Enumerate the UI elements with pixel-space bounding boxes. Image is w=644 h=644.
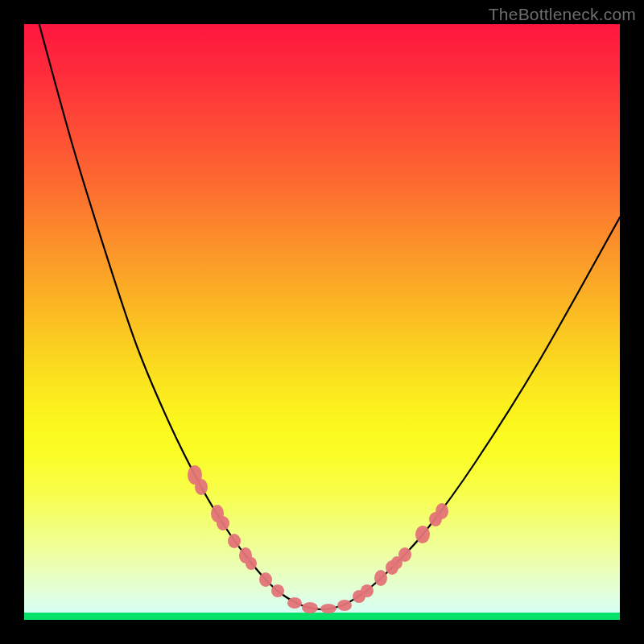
- data-marker: [302, 602, 318, 613]
- bottleneck-curve: [37, 24, 620, 609]
- data-marker: [217, 516, 229, 530]
- chart-overlay: [24, 24, 620, 620]
- data-marker: [195, 479, 208, 495]
- data-marker: [436, 503, 448, 519]
- watermark-text: TheBottleneck.com: [489, 5, 636, 24]
- data-marker: [374, 570, 387, 586]
- data-marker: [287, 597, 302, 609]
- data-marker: [398, 547, 411, 562]
- plot-area: [24, 24, 620, 620]
- data-marker: [361, 584, 374, 597]
- data-marker: [259, 572, 272, 587]
- data-marker: [228, 534, 241, 548]
- data-marker: [320, 604, 336, 613]
- data-marker: [271, 584, 284, 597]
- chart-container: TheBottleneck.com: [0, 0, 644, 644]
- data-marker: [246, 557, 257, 570]
- data-marker: [337, 600, 352, 611]
- marker-group: [188, 465, 448, 613]
- data-marker: [415, 526, 430, 543]
